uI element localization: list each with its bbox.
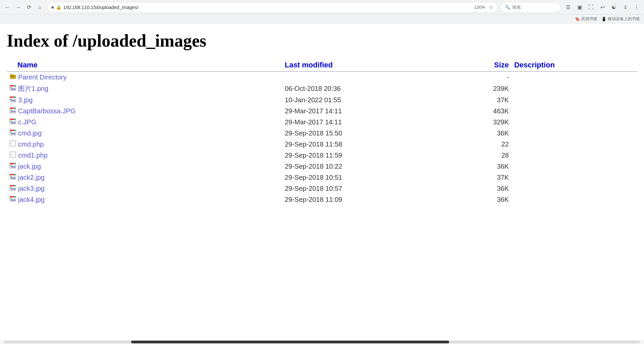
bookmarks-bar: 🔖 其他书签 📱 移动设备上的书签 — [0, 15, 644, 23]
php-icon: ? — [9, 140, 16, 149]
svg-rect-20 — [14, 119, 16, 120]
other-bookmarks[interactable]: 🔖 其他书签 — [575, 16, 597, 22]
svg-point-13 — [10, 110, 12, 111]
col-header-size[interactable]: Size — [454, 59, 512, 71]
desc-cell — [512, 83, 637, 95]
table-row: ↩ Parent Directory - — [7, 72, 637, 83]
svg-rect-25 — [14, 130, 16, 131]
page-content: Index of /uploaded_images Name Last modi… — [0, 24, 644, 219]
file-link[interactable]: cmd.jpg — [18, 129, 42, 137]
name-cell: CaptBarbossa.JPG — [7, 106, 282, 117]
col-header-description[interactable]: Description — [512, 59, 637, 71]
browser-chrome: ← → ⟳ ⌂ ■ 🔒 192.168.110.154/uploaded_ima… — [0, 0, 644, 15]
file-link[interactable]: CaptBarbossa.JPG — [18, 107, 75, 115]
svg-point-8 — [10, 99, 12, 100]
svg-rect-44 — [14, 185, 16, 186]
desc-cell — [512, 161, 637, 172]
svg-rect-34 — [14, 163, 16, 164]
name-cell: ? cmd1.php — [7, 150, 282, 161]
file-link[interactable]: 图片1.png — [18, 84, 48, 93]
name-cell: ↩ Parent Directory — [7, 72, 282, 83]
table-row: 图片1.png 06-Oct-2018 20:36 239K — [7, 83, 637, 95]
size-cell: 22 — [454, 139, 512, 150]
date-cell: 29-Sep-2018 11:59 — [282, 150, 454, 161]
svg-rect-39 — [14, 174, 16, 175]
mobile-bookmarks-label: 移动设备上的书签 — [608, 16, 640, 22]
date-cell: 29-Sep-2018 10:51 — [282, 172, 454, 183]
date-cell: 29-Sep-2018 15:50 — [282, 128, 454, 139]
image-icon — [9, 129, 16, 137]
bookmark-star-button[interactable]: ☆ — [489, 4, 493, 10]
table-row: jack.jpg 29-Sep-2018 10:22 36K — [7, 161, 637, 172]
svg-rect-15 — [14, 108, 16, 109]
image-icon — [9, 96, 16, 103]
size-cell: 329K — [454, 117, 512, 128]
more-button[interactable]: ⋮ — [632, 3, 641, 12]
table-row: jack2.jpg 29-Sep-2018 10:51 37K — [7, 172, 637, 183]
other-bookmarks-label: 其他书签 — [581, 16, 597, 22]
image-icon — [9, 118, 16, 126]
desc-cell — [512, 183, 637, 194]
svg-point-47 — [10, 198, 12, 199]
file-link[interactable]: 3.jpg — [18, 96, 33, 104]
download-button[interactable]: ⇓ — [621, 3, 630, 12]
refresh-button[interactable]: ⟳ — [24, 3, 34, 12]
image-icon — [9, 173, 16, 182]
page-title: Index of /uploaded_images — [7, 31, 637, 51]
back-button[interactable]: ← — [3, 3, 12, 12]
screenshot-button[interactable]: ⛶ — [586, 3, 596, 12]
home-button[interactable]: ⌂ — [35, 3, 44, 12]
size-cell: 37K — [454, 172, 512, 183]
file-link[interactable]: cmd.php — [18, 140, 44, 148]
col-header-last-modified[interactable]: Last modified — [282, 59, 454, 71]
toolbar-right: ☰ ▣ ⛶ ↩ ☯ ⇓ ⋮ — [564, 3, 641, 12]
desc-cell — [512, 106, 637, 117]
name-cell: 3.jpg — [7, 95, 282, 106]
image-icon — [9, 162, 16, 171]
phone-icon: 📱 — [601, 17, 606, 21]
svg-point-18 — [10, 121, 12, 122]
file-link[interactable]: Parent Directory — [18, 73, 67, 81]
mobile-bookmarks[interactable]: 📱 移动设备上的书签 — [601, 16, 640, 22]
folder-back-icon: ↩ — [9, 73, 16, 80]
desc-cell — [512, 95, 637, 106]
name-cell: c.JPG — [7, 117, 282, 128]
sync-button[interactable]: ☯ — [609, 3, 619, 12]
file-link[interactable]: jack2.jpg — [18, 174, 45, 181]
table-row: cmd.jpg 29-Sep-2018 15:50 36K — [7, 128, 637, 139]
file-link[interactable]: c.JPG — [18, 118, 36, 126]
tab-button[interactable]: ▣ — [575, 3, 584, 12]
sidebar-button[interactable]: ☰ — [564, 3, 573, 12]
zoom-badge[interactable]: 130% — [473, 4, 487, 10]
search-input[interactable] — [512, 5, 556, 10]
file-link[interactable]: jack.jpg — [18, 163, 41, 170]
file-link[interactable]: cmd1.php — [18, 152, 48, 159]
search-icon: 🔍 — [505, 5, 510, 10]
image-icon — [9, 162, 16, 169]
undo-button[interactable]: ↩ — [598, 3, 607, 12]
php-icon: ? — [9, 140, 16, 147]
svg-point-37 — [10, 176, 12, 177]
col-header-name[interactable]: Name — [7, 59, 282, 71]
nav-buttons: ← → ⟳ ⌂ — [3, 3, 44, 12]
file-link[interactable]: jack3.jpg — [18, 185, 45, 192]
name-cell: jack.jpg — [7, 161, 282, 172]
svg-rect-49 — [14, 196, 16, 197]
forward-button[interactable]: → — [13, 3, 23, 12]
file-link[interactable]: jack4.jpg — [18, 196, 45, 204]
image-icon — [9, 84, 16, 93]
desc-cell — [512, 194, 637, 205]
search-bar[interactable]: 🔍 — [500, 2, 561, 13]
date-cell: 10-Jan-2022 01:55 — [282, 95, 454, 106]
folder-back-icon: ↩ — [9, 73, 16, 81]
desc-cell — [512, 139, 637, 150]
desc-cell — [512, 72, 637, 83]
size-cell: 36K — [454, 183, 512, 194]
desc-cell — [512, 172, 637, 183]
image-icon — [9, 173, 16, 180]
name-cell: cmd.jpg — [7, 128, 282, 139]
image-icon — [9, 184, 16, 191]
table-row: c.JPG 29-Mar-2017 14:11 329K — [7, 117, 637, 128]
address-bar[interactable]: ■ 🔒 192.168.110.154/uploaded_images/ 130… — [47, 2, 498, 13]
image-icon — [9, 184, 16, 193]
